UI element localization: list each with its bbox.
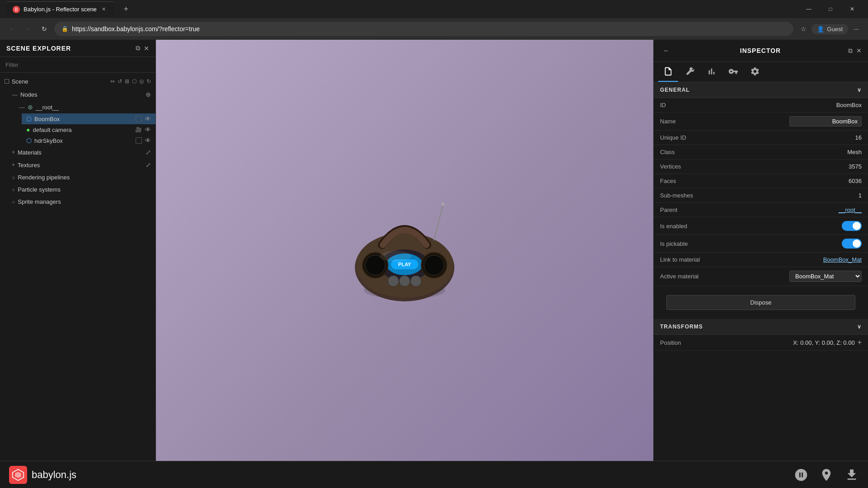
sprite-managers-label: Sprite managers [18,198,61,205]
more-button[interactable]: ··· [850,23,863,35]
scene-label: Scene [12,78,28,85]
forward-button[interactable]: → [22,23,34,35]
close-button[interactable]: ✕ [842,2,863,16]
profile-button[interactable]: 👤 Guest [811,24,848,34]
inspector-panel: ← INSPECTOR ⧉ ✕ [653,40,868,461]
tab-tools[interactable] [680,62,700,82]
active-material-select[interactable]: BoomBox_Mat [789,271,862,282]
is-pickable-toggle[interactable] [842,239,862,249]
position-add-icon[interactable]: + [858,338,862,347]
camera-eye-icon[interactable]: 👁 [145,126,151,133]
scene-explorer-title: SCENE EXPLORER [6,45,71,52]
class-label: Class [660,149,675,155]
boombox-label: BoomBox [34,116,60,122]
nodes-actions: ⊕ [146,91,151,98]
tab-document[interactable] [658,62,678,82]
general-section-header[interactable]: GENERAL ∨ [654,82,868,98]
class-row: Class Mesh [654,145,868,160]
new-tab-button[interactable]: + [118,1,134,17]
svg-point-17 [410,276,421,286]
link-material-label: Link to material [660,256,700,263]
inspector-minimize-icon[interactable]: ⧉ [848,47,853,55]
scene-action-dot[interactable]: ◎ [139,78,144,84]
filter-bar[interactable] [0,57,156,73]
dispose-button[interactable]: Dispose [666,295,855,310]
favorites-button[interactable]: ☆ [797,23,810,35]
class-value: Mesh [847,149,862,155]
inspector-close-icon[interactable]: ✕ [856,47,862,54]
root-item[interactable]: — ⊛ __root__ [14,101,156,113]
tab-key[interactable] [723,62,743,82]
guest-icon: 👤 [817,26,824,33]
address-text: https://sandbox.babylonjs.com/?reflector… [72,25,200,33]
transforms-collapse-icon: ∨ [857,324,862,330]
camera-item[interactable]: ● default camera 🎥 👁 [22,124,156,135]
add-node-icon[interactable]: ⊕ [146,91,151,98]
viewport[interactable]: PLAY [156,40,653,461]
scene-item[interactable]: □ Scene ⇔ ↺ ⊞ ⬡ ◎ ↻ [0,75,156,88]
submeshes-row: Sub-meshes 1 [654,188,868,203]
refresh-button[interactable]: ↻ [38,23,51,35]
panel-close-icon[interactable]: ✕ [144,45,149,52]
skybox-eye-icon[interactable]: 👁 [145,137,151,144]
back-button[interactable]: ← [5,23,18,35]
skybox-icon: ⬡ [26,137,32,144]
position-row: Position X: 0.00, Y: 0.00, Z: 0.00 + [654,335,868,351]
main-content: SCENE EXPLORER ⧉ ✕ □ Scene ⇔ ↺ ⊞ ⬡ ◎ ↻ [0,40,868,461]
boombox-eye-icon[interactable]: 👁 [145,115,151,122]
root-expand-icon: — [19,104,25,111]
maximize-button[interactable]: □ [820,2,841,16]
scene-action-move[interactable]: ⇔ [110,78,115,84]
particle-systems-item[interactable]: ○ Particle systems [7,183,156,196]
is-pickable-row: Is pickable [654,235,868,253]
sprite-managers-item[interactable]: ○ Sprite managers [7,196,156,208]
panel-controls: ⧉ ✕ [136,44,149,52]
tab-favicon: B [13,6,20,13]
boombox-item[interactable]: ⬡ BoomBox 👁 [22,113,156,124]
tab-settings[interactable] [745,62,765,82]
scene-action-grid[interactable]: ⊞ [125,78,129,84]
camera-video-icon[interactable]: 🎥 [135,127,142,133]
inspector-body: GENERAL ∨ ID BoomBox Name Unique ID 16 C… [654,82,868,461]
bottom-action-1[interactable] [794,468,808,482]
address-input[interactable]: 🔒 https://sandbox.babylonjs.com/?reflect… [54,22,793,36]
textures-expand-btn[interactable]: ⤢ [146,161,151,169]
active-tab[interactable]: B Babylon.js - Reflector scene ✕ [5,1,115,17]
skybox-checkbox[interactable] [136,137,142,144]
id-value: BoomBox [836,102,862,108]
name-row: Name [654,113,868,131]
boombox-3d-model: PLAY [332,186,477,314]
inspector-back-button[interactable]: ← [660,44,673,57]
name-input[interactable] [789,116,862,127]
materials-item[interactable]: + Materials ⤢ [7,146,156,159]
scene-action-rotate[interactable]: ↺ [118,78,122,84]
scene-action-refresh[interactable]: ↻ [146,78,151,84]
skybox-item[interactable]: ⬡ hdrSkyBox 👁 [22,135,156,146]
rendering-pipelines-item[interactable]: ○ Rendering pipelines [7,171,156,183]
tab-close-button[interactable]: ✕ [100,6,108,13]
faces-value: 6036 [849,178,862,184]
id-label: ID [660,102,666,108]
bottom-action-3[interactable] [844,468,859,482]
bottom-action-2[interactable] [819,468,834,482]
title-bar-left: B Babylon.js - Reflector scene ✕ + [5,1,134,17]
link-material-value[interactable]: BoomBox_Mat [823,256,862,263]
scene-action-box[interactable]: ⬡ [132,78,137,84]
minimize-button[interactable]: — [798,2,819,16]
panel-minimize-icon[interactable]: ⧉ [136,44,140,52]
filter-input[interactable] [5,61,150,68]
is-enabled-toggle[interactable] [842,221,862,231]
browser-chrome: B Babylon.js - Reflector scene ✕ + — □ ✕… [0,0,868,40]
boombox-checkbox[interactable] [136,116,142,122]
materials-expand-btn[interactable]: ⤢ [146,149,151,156]
textures-item[interactable]: + Textures ⤢ [7,159,156,171]
vertices-value: 3575 [849,163,862,170]
tab-chart[interactable] [702,62,722,82]
parent-value[interactable]: __root__ [839,206,862,213]
particle-label: Particle systems [18,186,61,193]
transforms-section-header[interactable]: TRANSFORMS ∨ [654,319,868,335]
toolbar-right: ☆ 👤 Guest ··· [797,23,863,35]
name-label: Name [660,118,676,125]
camera-icon: ● [26,126,30,133]
nodes-item[interactable]: — Nodes ⊕ [7,88,156,101]
